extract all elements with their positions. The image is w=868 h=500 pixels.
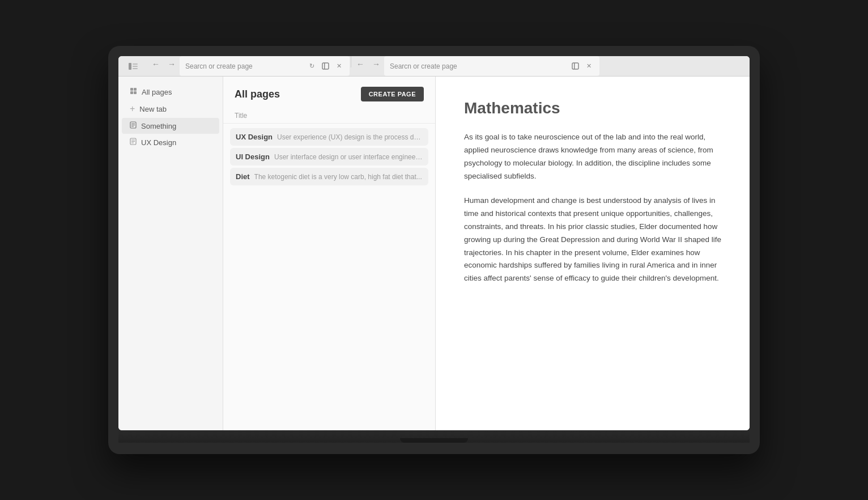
tab1-forward-button[interactable]: →	[164, 56, 180, 72]
svg-rect-2	[133, 66, 138, 67]
svg-rect-10	[130, 91, 133, 94]
content-body: As its goal is to take neuroscience out …	[464, 131, 721, 285]
new-tab-icon: +	[130, 104, 135, 114]
laptop-notch	[400, 438, 468, 443]
sidebar-ux-design-label: UX Design	[141, 138, 176, 147]
sidebar-new-tab-label: New tab	[139, 105, 167, 113]
page-name: UI Design	[236, 152, 270, 161]
content-panel: Mathematics As its goal is to take neuro…	[436, 77, 750, 430]
svg-rect-0	[129, 63, 131, 70]
tab1-close-icon[interactable]: ✕	[334, 61, 344, 71]
tab1-refresh-icon[interactable]: ↻	[307, 61, 317, 71]
svg-rect-6	[572, 63, 578, 69]
laptop-bottom	[118, 430, 750, 443]
content-paragraph-2: Human development and change is best und…	[464, 194, 721, 286]
svg-rect-7	[574, 63, 575, 69]
table-row[interactable]: UX Design User experience (UX) design is…	[230, 128, 428, 146]
tab1-search-text: Searcn or create page	[185, 62, 303, 70]
table-row[interactable]: UI Design User interface design or user …	[230, 148, 428, 166]
sidebar-something-label: Something	[141, 122, 176, 130]
create-page-button[interactable]: CREATE PAGE	[361, 87, 424, 101]
ux-design-icon	[130, 138, 137, 147]
chrome-bar: ← → Searcn or create page ↻ ✕ ← → Searcn…	[118, 56, 750, 77]
sidebar-item-new-tab[interactable]: + New tab	[122, 100, 219, 117]
sidebar: All pages + New tab Some	[118, 77, 223, 430]
svg-rect-3	[133, 68, 138, 69]
table-row[interactable]: Diet The ketogenic diet is a very low ca…	[230, 168, 428, 185]
panel-title: All pages	[235, 88, 280, 100]
page-list: UX Design User experience (UX) design is…	[223, 124, 435, 190]
svg-rect-11	[134, 91, 137, 94]
table-header: Title	[223, 108, 435, 124]
page-description: User experience (UX) design is the proce…	[277, 133, 423, 141]
sidebar-toggle-button[interactable]	[118, 56, 148, 76]
svg-rect-4	[322, 63, 329, 69]
tab1-back-button[interactable]: ←	[148, 56, 164, 72]
sidebar-all-pages-label: All pages	[142, 88, 172, 96]
main-content: All pages + New tab Some	[118, 77, 750, 430]
sidebar-item-ux-design[interactable]: UX Design	[122, 134, 219, 150]
tab-separator	[351, 56, 351, 67]
panel-header: All pages CREATE PAGE	[223, 77, 435, 108]
svg-rect-9	[134, 88, 137, 91]
sidebar-item-something[interactable]: Something	[122, 118, 219, 134]
tab2-back-button[interactable]: ←	[352, 56, 368, 72]
screen: ← → Searcn or create page ↻ ✕ ← → Searcn…	[118, 56, 750, 430]
page-description: The ketogenic diet is a very low carb, h…	[254, 173, 422, 181]
svg-rect-8	[130, 88, 133, 91]
laptop-frame: ← → Searcn or create page ↻ ✕ ← → Searcn…	[108, 46, 760, 454]
tab2-forward-button[interactable]: →	[368, 56, 384, 72]
tab2-search-text: Searcn or create page	[390, 62, 567, 70]
tab2-close-icon[interactable]: ✕	[584, 61, 594, 71]
content-paragraph-1: As its goal is to take neuroscience out …	[464, 131, 721, 183]
something-icon	[130, 121, 137, 130]
split-panels: All pages CREATE PAGE Title UX Design Us…	[223, 77, 750, 430]
content-title: Mathematics	[464, 99, 721, 117]
tab1-search-bar[interactable]: Searcn or create page ↻ ✕	[180, 56, 350, 76]
page-name: Diet	[236, 172, 250, 181]
tab2-search-bar[interactable]: Searcn or create page ✕	[384, 56, 599, 76]
svg-rect-1	[133, 63, 138, 65]
page-name: UX Design	[236, 133, 273, 141]
tab1-expand-icon[interactable]	[320, 61, 330, 71]
tab2-expand-icon[interactable]	[570, 61, 580, 71]
svg-rect-5	[324, 63, 325, 69]
page-description: User interface design or user interface …	[274, 153, 423, 161]
all-pages-icon	[130, 87, 137, 96]
sidebar-item-all-pages[interactable]: All pages	[122, 84, 219, 100]
all-pages-panel: All pages CREATE PAGE Title UX Design Us…	[223, 77, 436, 430]
